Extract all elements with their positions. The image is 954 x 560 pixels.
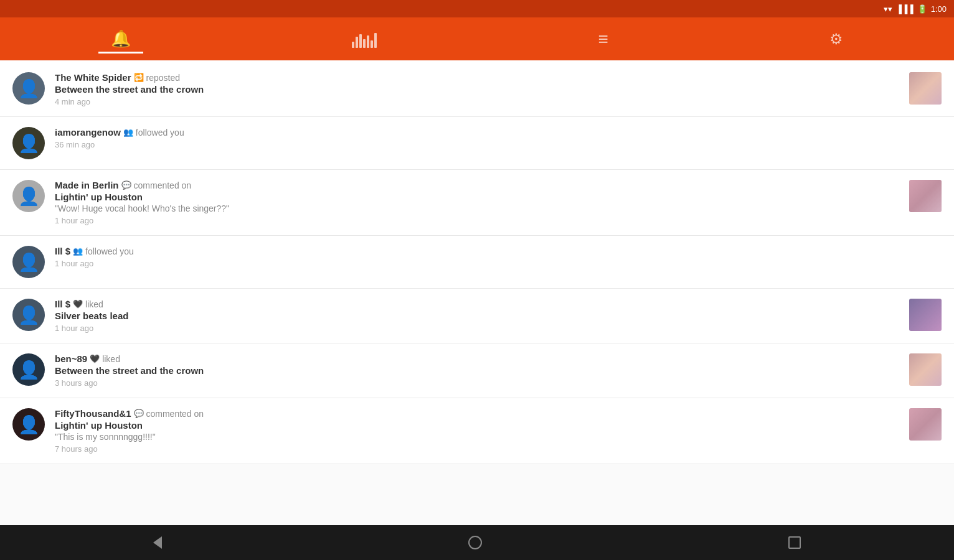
list-icon: ≡ [598, 29, 608, 49]
notif-time: 1 hour ago [55, 259, 942, 268]
notif-body: FiftyThousand&1 💬 commented on Lightin' … [55, 408, 899, 454]
time: 1:00 [931, 4, 947, 14]
notif-header: iamorangenow 👥 followed you [55, 127, 942, 138]
bell-icon: 🔔 [111, 29, 131, 48]
comment-icon: 💬 [134, 409, 144, 418]
notif-time: 3 hours ago [55, 378, 899, 388]
list-item[interactable]: 👤 Made in Berlin 💬 commented on Lightin'… [0, 170, 954, 236]
notif-username: Made in Berlin [55, 180, 119, 190]
avatar: 👤 [12, 408, 45, 441]
track-thumbnail [909, 408, 942, 441]
gear-icon: ⚙ [829, 30, 843, 47]
notif-action: followed you [85, 246, 134, 256]
like-icon: 🖤 [73, 299, 83, 309]
track-thumbnail [909, 72, 942, 105]
notif-time: 7 hours ago [55, 444, 899, 454]
notif-header: Ill $ 👥 followed you [55, 246, 942, 256]
list-item[interactable]: 👤 iamorangenow 👥 followed you 36 min ago [0, 117, 954, 170]
notif-time: 36 min ago [55, 140, 942, 149]
notif-body: Made in Berlin 💬 commented on Lightin' u… [55, 180, 899, 225]
notif-body: iamorangenow 👥 followed you 36 min ago [55, 127, 942, 149]
notif-body: Ill $ 👥 followed you 1 hour ago [55, 246, 942, 268]
comment-icon: 💬 [121, 180, 131, 190]
notif-username: The White Spider [55, 72, 131, 83]
follow-icon: 👥 [123, 128, 133, 137]
notif-action: liked [102, 354, 120, 364]
track-thumbnail [909, 353, 942, 386]
notif-track: Lightin' up Houston [55, 420, 899, 431]
notif-username: ben~89 [55, 353, 87, 364]
status-icons: ▾▾ ▐▐▐ 🔋 1:00 [884, 4, 947, 14]
notif-username: Ill $ [55, 246, 70, 256]
avatar: 👤 [12, 180, 45, 212]
notif-track: Lightin' up Houston [55, 192, 899, 202]
active-indicator [98, 52, 143, 54]
bottom-nav [0, 525, 954, 560]
track-thumbnail [909, 180, 942, 212]
status-bar: ▾▾ ▐▐▐ 🔋 1:00 [0, 0, 954, 17]
top-nav: 🔔 ≡ ⚙ [0, 17, 954, 62]
back-button[interactable] [141, 531, 174, 554]
track-thumbnail [909, 299, 942, 331]
home-button[interactable] [456, 531, 494, 554]
notif-body: ben~89 🖤 liked Between the street and th… [55, 353, 899, 388]
waveform-icon [352, 30, 377, 48]
battery-icon: 🔋 [917, 4, 927, 14]
notif-time: 1 hour ago [55, 216, 899, 225]
notif-track: Between the street and the crown [55, 84, 899, 95]
notif-action: commented on [134, 180, 192, 190]
notif-body: Ill $ 🖤 liked Silver beats lead 1 hour a… [55, 299, 899, 333]
notif-comment: "This is my sonnnnggg!!!!" [55, 432, 899, 442]
like-icon: 🖤 [90, 354, 100, 363]
notif-action: liked [85, 299, 103, 309]
tab-feed[interactable]: ≡ [586, 24, 621, 54]
notif-header: Ill $ 🖤 liked [55, 299, 899, 309]
notif-username: FiftyThousand&1 [55, 408, 131, 419]
avatar: 👤 [12, 72, 45, 105]
notif-body: The White Spider 🔁 reposted Between the … [55, 72, 899, 106]
notif-header: The White Spider 🔁 reposted [55, 72, 899, 83]
list-item[interactable]: 👤 Ill $ 👥 followed you 1 hour ago [0, 236, 954, 289]
notif-username: iamorangenow [55, 127, 121, 138]
notif-track: Silver beats lead [55, 310, 899, 321]
notif-track: Between the street and the crown [55, 365, 899, 376]
tab-settings[interactable]: ⚙ [817, 24, 856, 54]
notif-username: Ill $ [55, 299, 70, 309]
notif-action: commented on [146, 409, 204, 419]
notif-header: FiftyThousand&1 💬 commented on [55, 408, 899, 419]
tab-stream[interactable] [339, 26, 389, 53]
list-item[interactable]: 👤 The White Spider 🔁 reposted Between th… [0, 62, 954, 117]
wifi-icon: ▾▾ [884, 4, 892, 14]
follow-icon: 👥 [73, 246, 83, 256]
tab-notifications[interactable]: 🔔 [98, 24, 143, 54]
back-icon [153, 536, 162, 549]
list-item[interactable]: 👤 ben~89 🖤 liked Between the street and … [0, 343, 954, 398]
avatar: 👤 [12, 127, 45, 159]
list-item[interactable]: 👤 FiftyThousand&1 💬 commented on Lightin… [0, 398, 954, 464]
notif-time: 4 min ago [55, 97, 899, 106]
notif-action: reposted [146, 73, 180, 83]
notif-action: followed you [136, 128, 184, 138]
list-item[interactable]: 👤 Ill $ 🖤 liked Silver beats lead 1 hour… [0, 289, 954, 343]
signal-icon: ▐▐▐ [896, 4, 914, 14]
avatar: 👤 [12, 299, 45, 331]
repost-icon: 🔁 [134, 73, 144, 82]
notification-list: 👤 The White Spider 🔁 reposted Between th… [0, 62, 954, 525]
notif-header: ben~89 🖤 liked [55, 353, 899, 364]
recents-icon [788, 536, 801, 549]
avatar: 👤 [12, 246, 45, 278]
avatar: 👤 [12, 353, 45, 386]
notif-comment: "Wow! Huge vocal hook! Who's the singer?… [55, 203, 899, 213]
home-icon [468, 536, 482, 549]
notif-header: Made in Berlin 💬 commented on [55, 180, 899, 190]
recents-button[interactable] [776, 531, 813, 554]
notif-time: 1 hour ago [55, 324, 899, 333]
